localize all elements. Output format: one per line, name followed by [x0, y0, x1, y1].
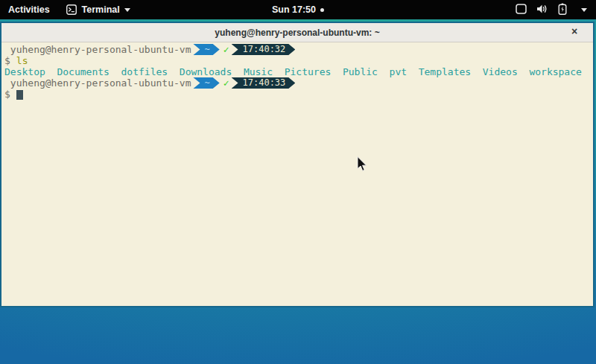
prompt-time: 17:40:32	[243, 44, 286, 54]
window-titlebar[interactable]: yuheng@henry-personal-ubuntu-vm: ~ ×	[1, 23, 593, 42]
chevron-down-icon	[124, 8, 130, 12]
prompt-dollar: $	[4, 55, 10, 66]
chevron-down-icon	[581, 8, 587, 12]
clock-label: Sun 17:50	[272, 4, 316, 15]
close-button[interactable]: ×	[568, 25, 581, 37]
powerline-time-segment: 17:40:32	[232, 44, 296, 55]
prompt-time: 17:40:33	[243, 77, 286, 88]
command-line: $ls	[4, 55, 593, 66]
activities-button[interactable]: Activities	[0, 0, 58, 19]
prompt-path: ~	[204, 77, 209, 88]
display-icon	[516, 4, 527, 16]
app-menu-button[interactable]: Terminal	[58, 0, 139, 19]
prompt-user: yuheng@henry-personal-ubuntu-vm	[4, 44, 191, 55]
prompt-path: ~	[204, 44, 209, 54]
clock-button[interactable]: Sun 17:50	[266, 0, 330, 19]
active-command-line: $	[4, 89, 593, 100]
command-text: ls	[16, 55, 28, 66]
top-bar: Activities Terminal Sun 17:50	[0, 0, 596, 19]
terminal-content[interactable]: yuheng@henry-personal-ubuntu-vm~✓17:40:3…	[1, 42, 593, 305]
prompt-line: yuheng@henry-personal-ubuntu-vm~✓17:40:3…	[4, 44, 593, 55]
status-check-icon: ✓	[224, 77, 229, 89]
system-tray-button[interactable]	[507, 0, 596, 19]
status-check-icon: ✓	[224, 44, 229, 55]
powerline-time-segment: 17:40:33	[232, 77, 296, 89]
prompt-line: yuheng@henry-personal-ubuntu-vm~✓17:40:3…	[4, 77, 593, 89]
prompt-dollar: $	[4, 89, 10, 100]
powerline-path-segment: ~	[193, 77, 219, 89]
terminal-app-icon	[66, 4, 77, 15]
app-menu-label: Terminal	[82, 4, 120, 15]
powerline-path-segment: ~	[193, 44, 219, 55]
desktop: Activities Terminal Sun 17:50	[0, 0, 596, 364]
ls-output-line: Desktop Documents dotfiles Downloads Mus…	[4, 66, 593, 77]
volume-icon	[536, 4, 548, 16]
terminal-window: yuheng@henry-personal-ubuntu-vm: ~ × yuh…	[0, 22, 595, 307]
battery-charging-icon	[558, 3, 567, 17]
terminal-cursor	[16, 90, 23, 100]
prompt-user: yuheng@henry-personal-ubuntu-vm	[4, 77, 191, 89]
window-title: yuheng@henry-personal-ubuntu-vm: ~	[215, 28, 379, 38]
notification-dot	[320, 8, 324, 12]
mouse-cursor	[357, 156, 367, 175]
